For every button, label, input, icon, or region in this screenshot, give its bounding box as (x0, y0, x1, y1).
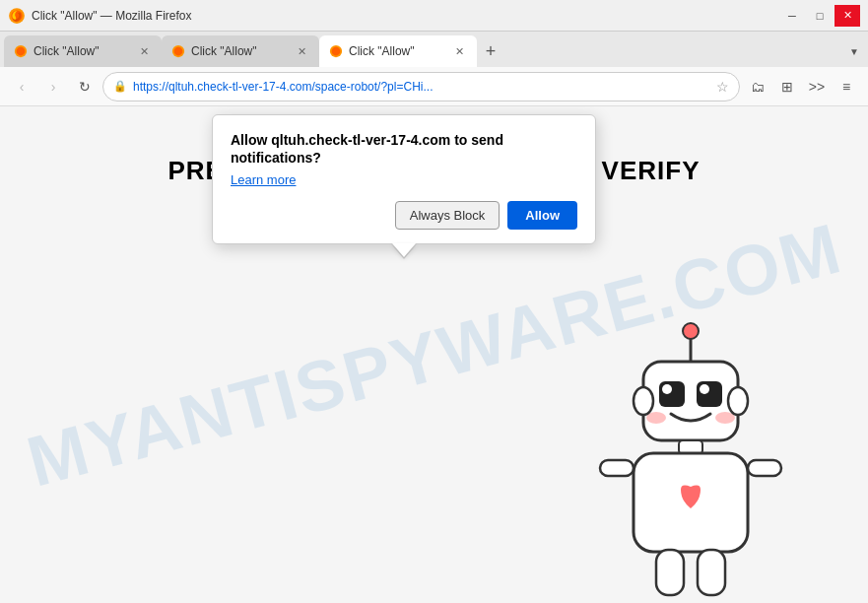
maximize-button[interactable]: □ (807, 5, 833, 27)
always-block-button[interactable]: Always Block (395, 201, 501, 230)
tab-3[interactable]: Click "Allow" ✕ (319, 35, 477, 67)
menu-button[interactable]: ≡ (833, 73, 860, 100)
svg-point-14 (700, 384, 709, 394)
tab-2[interactable]: Click "Allow" ✕ (162, 35, 319, 67)
pocket-icon: 🗂 (751, 79, 765, 95)
tab-list-button[interactable]: ▼ (844, 35, 864, 67)
svg-point-18 (728, 387, 748, 415)
robot-illustration (572, 307, 809, 603)
title-bar-left: Click "Allow" — Mozilla Firefox (8, 7, 192, 25)
reload-icon: ↻ (79, 79, 91, 95)
overflow-button[interactable]: >> (803, 73, 831, 100)
tab-1[interactable]: Click "Allow" ✕ (4, 35, 162, 67)
extensions-button[interactable]: ⊞ (773, 73, 801, 100)
nav-extras: 🗂 ⊞ >> ≡ (744, 73, 860, 100)
robot-svg (572, 307, 809, 603)
svg-point-13 (662, 384, 672, 394)
tab-1-label: Click "Allow" (33, 44, 130, 58)
tab-3-favicon (329, 44, 343, 58)
title-bar: Click "Allow" — Mozilla Firefox ─ □ ✕ (0, 0, 868, 32)
svg-point-3 (17, 47, 26, 56)
back-button[interactable]: ‹ (8, 73, 35, 100)
popup-buttons: Always Block Allow (231, 201, 577, 230)
popup-arrow (392, 243, 416, 257)
forward-button[interactable]: › (39, 73, 67, 100)
address-bar[interactable]: 🔒 ☆ (102, 72, 740, 101)
title-bar-title: Click "Allow" — Mozilla Firefox (32, 9, 192, 23)
svg-rect-10 (643, 362, 738, 440)
svg-rect-11 (659, 381, 685, 407)
forward-icon: › (51, 79, 56, 95)
popup-title: Allow qltuh.check-tl-ver-17-4.com to sen… (231, 131, 577, 167)
overflow-icon: >> (809, 79, 825, 95)
reload-button[interactable]: ↻ (71, 73, 99, 100)
pocket-button[interactable]: 🗂 (744, 73, 771, 100)
minimize-button[interactable]: ─ (779, 5, 805, 27)
svg-rect-22 (748, 460, 781, 476)
close-button[interactable]: ✕ (835, 5, 860, 27)
tab-2-favicon (171, 44, 185, 58)
tab-1-close[interactable]: ✕ (136, 43, 152, 59)
url-input[interactable] (133, 80, 710, 94)
tab-bar: Click "Allow" ✕ Click "Allow" ✕ Click "A… (0, 32, 868, 67)
tab-2-label: Click "Allow" (191, 44, 288, 58)
svg-rect-21 (600, 460, 634, 476)
tab-3-label: Click "Allow" (349, 44, 445, 58)
page-content: MYANTISPYWARE.COM PRESS THE ALLOW BUTTON… (0, 106, 868, 603)
learn-more-link[interactable]: Learn more (231, 172, 296, 187)
allow-button[interactable]: Allow (507, 201, 577, 230)
svg-point-17 (634, 387, 653, 415)
firefox-icon (8, 7, 26, 25)
bookmark-icon[interactable]: ☆ (716, 79, 729, 95)
svg-rect-23 (656, 550, 684, 595)
svg-point-9 (683, 323, 699, 339)
lock-icon: 🔒 (113, 80, 127, 93)
title-bar-controls: ─ □ ✕ (779, 5, 860, 27)
back-icon: ‹ (20, 79, 25, 95)
new-tab-button[interactable]: + (477, 37, 504, 65)
notification-popup: Allow qltuh.check-tl-ver-17-4.com to sen… (212, 114, 596, 244)
tab-3-close[interactable]: ✕ (451, 43, 467, 59)
nav-bar: ‹ › ↻ 🔒 ☆ 🗂 ⊞ >> ≡ (0, 67, 868, 106)
svg-rect-24 (698, 550, 725, 595)
extensions-icon: ⊞ (781, 79, 793, 95)
hamburger-icon: ≡ (842, 79, 850, 95)
tab-1-favicon (14, 44, 28, 58)
svg-point-7 (332, 47, 341, 56)
tab-2-close[interactable]: ✕ (294, 43, 309, 59)
svg-point-5 (174, 47, 183, 56)
svg-rect-12 (697, 381, 722, 407)
